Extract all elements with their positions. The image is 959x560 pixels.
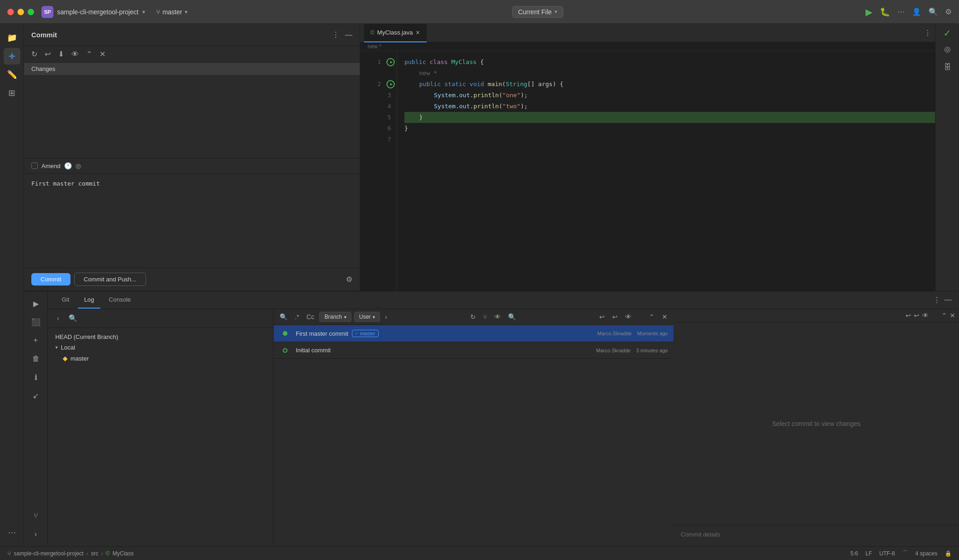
options-icon[interactable]: ⋮ (332, 30, 339, 39)
undo-icon[interactable]: ↩ (45, 50, 51, 58)
sidebar-icon-edit[interactable]: ✏️ (4, 66, 20, 83)
tab-log[interactable]: Log (78, 292, 101, 309)
refresh-log-icon[interactable]: ↻ (468, 312, 478, 322)
master-label: master (70, 355, 89, 362)
commit-message-area[interactable]: First master commit (24, 174, 360, 268)
sidebar-icon-more[interactable]: ⋯ (4, 524, 20, 541)
code-lines[interactable]: public class MyClass { new * public stat… (397, 51, 935, 291)
branch-badge-icon: ⑂ (355, 331, 358, 336)
next-icon[interactable]: › (383, 312, 390, 322)
filter-icon[interactable]: ⌃ (86, 50, 92, 58)
download-icon[interactable]: ⬇ (58, 50, 64, 58)
eye-log-icon[interactable]: 👁 (492, 312, 503, 322)
maximize-button[interactable] (28, 9, 34, 15)
current-file-button[interactable]: Current File ▾ (512, 6, 563, 18)
sidebar-search-icon[interactable]: 🔍 (66, 313, 80, 324)
bottom-content: Git Log Console ⋮ — ‹ (48, 292, 959, 546)
sidebar-icon-grid[interactable]: ⊞ (4, 85, 20, 101)
close-log-icon[interactable]: ✕ (660, 312, 670, 322)
run-button[interactable]: ▶ (865, 6, 872, 18)
right-panel-close-icon[interactable]: ✕ (950, 312, 955, 319)
commit-regex-icon[interactable]: .* (292, 312, 301, 322)
git-commit-icon[interactable]: ⑂ (28, 508, 44, 524)
ai-icon[interactable]: ◎ (939, 41, 956, 57)
master-branch-item[interactable]: ◆ master (48, 353, 273, 364)
line-number-5: 5 (380, 112, 397, 123)
minimize-button[interactable] (18, 9, 24, 15)
info-panel-icon[interactable]: ℹ (28, 369, 44, 385)
view-log-icon[interactable]: 👁 (623, 312, 634, 322)
expand-panel-icon[interactable]: › (28, 526, 44, 542)
project-selector[interactable]: SP sample-cli-mergetool-project ▾ (41, 6, 145, 18)
minimize-panel-icon[interactable]: — (345, 31, 352, 39)
commit-entry-0[interactable]: First master commit ⑂ master (274, 325, 673, 342)
sidebar-back-btn[interactable]: ‹ (52, 312, 64, 325)
discard-icon[interactable]: ✕ (99, 50, 105, 58)
bottom-left-nav: ▶ ⬛ + 🗑 ℹ ↙ ⑂ › (24, 292, 48, 546)
commit-list-search-icon[interactable]: 🔍 (277, 312, 290, 322)
sidebar-icon-folder[interactable]: 📁 (4, 29, 20, 46)
status-position: 5:6 (850, 550, 858, 557)
commit-case-icon[interactable]: Cc (304, 312, 316, 322)
commit-and-push-button[interactable]: Commit and Push... (74, 273, 146, 286)
local-header[interactable]: ▾ Local (48, 342, 273, 353)
up-log-icon[interactable]: ⌃ (647, 312, 657, 322)
branch-name: master (163, 8, 182, 16)
run-line-1-icon[interactable] (386, 58, 395, 66)
local-section: ▾ Local ◆ master (48, 342, 273, 364)
top-section: Commit ⋮ — ↻ ↩ ⬇ 👁 ⌃ ✕ (24, 24, 959, 291)
branch-filter-dropdown[interactable]: Branch ▾ (319, 312, 351, 322)
commit-meta-1: Marco.Skradde 3 minutes ago (596, 348, 668, 353)
right-panel-back-icon[interactable]: ↩ (914, 312, 919, 319)
amend-more-icon[interactable]: ◎ (76, 162, 81, 169)
editor-tab-myclass[interactable]: © MyClass.java ✕ (364, 24, 427, 42)
tab-console[interactable]: Console (102, 292, 137, 309)
git-tabs-minimize-icon[interactable]: — (944, 296, 952, 304)
search-icon[interactable]: 🔍 (929, 7, 938, 16)
eye-icon[interactable]: 👁 (71, 50, 79, 58)
run-panel-icon[interactable]: ▶ (28, 295, 44, 312)
right-panel-eye-icon[interactable]: 👁 (922, 312, 929, 319)
commit-meta-0: Marco.Skradde Moments ago (597, 331, 668, 336)
more-options-icon[interactable]: ⋯ (897, 7, 905, 16)
sidebar-icon-git[interactable] (4, 48, 20, 64)
back-panel-icon[interactable]: ↙ (28, 387, 44, 404)
line-row-4: 4 (380, 101, 397, 112)
terminal-icon[interactable]: ⬛ (28, 314, 44, 330)
branch-log-icon[interactable]: ⑂ (481, 312, 489, 322)
settings-icon[interactable]: ⚙ (945, 7, 952, 16)
right-panel-up-icon[interactable]: ⌃ (941, 312, 947, 319)
user-filter-dropdown[interactable]: User ▾ (354, 312, 380, 322)
head-branch-item[interactable]: HEAD (Current Branch) (48, 332, 273, 342)
amend-checkbox[interactable] (31, 163, 38, 169)
run-line-2-icon[interactable] (386, 80, 395, 88)
line-numbers-gutter: 1 2 (360, 51, 397, 291)
git-tabs-options-icon[interactable]: ⋮ (933, 296, 941, 304)
commit-time-0: Moments ago (637, 331, 668, 336)
branch-selector[interactable]: ⑂ master ▾ (156, 8, 188, 16)
editor-options-icon[interactable]: ⋮ (924, 29, 931, 37)
tab-git[interactable]: Git (55, 292, 76, 309)
project-icon: SP (41, 6, 53, 18)
check-icon[interactable]: ✓ (943, 28, 951, 39)
commit-settings-button[interactable]: ⚙ (346, 275, 352, 284)
close-button[interactable] (7, 9, 14, 15)
commit-toolbar: ↻ ↩ ⬇ 👁 ⌃ ✕ (24, 46, 360, 63)
undo-log-icon[interactable]: ↩ (597, 312, 607, 322)
add-panel-icon[interactable]: + (28, 332, 44, 349)
commit-button[interactable]: Commit (31, 273, 70, 286)
profile-icon[interactable]: 👤 (912, 7, 921, 16)
refresh-icon[interactable]: ↻ (31, 50, 37, 58)
database-icon[interactable]: 🗄 (939, 59, 956, 76)
tab-close-icon[interactable]: ✕ (415, 29, 420, 36)
right-panel-undo-icon[interactable]: ↩ (906, 312, 911, 319)
tab-filename: MyClass.java (377, 29, 413, 36)
search-log-icon[interactable]: 🔍 (506, 312, 518, 322)
debug-button[interactable]: 🐛 (880, 7, 890, 17)
back-log-icon[interactable]: ↩ (610, 312, 620, 322)
delete-panel-icon[interactable]: 🗑 (28, 350, 44, 367)
local-expand-icon: ▾ (55, 344, 58, 350)
commit-entry-1[interactable]: Initial commit Marco.Skradde 3 minutes a… (274, 342, 673, 359)
commit-message-input[interactable]: First master commit (31, 179, 352, 234)
amend-history-icon[interactable]: 🕐 (64, 162, 72, 169)
